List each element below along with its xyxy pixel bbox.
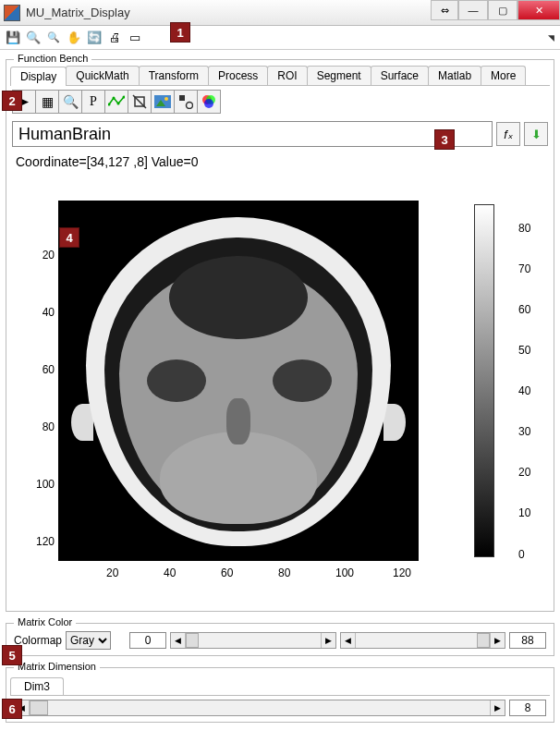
colorbar-tick: 30: [518, 425, 530, 438]
arrow-left-icon[interactable]: ◀: [171, 633, 186, 648]
image-axes[interactable]: [58, 201, 419, 561]
callout-4: 4: [59, 227, 79, 248]
photo-icon[interactable]: [151, 90, 175, 114]
window-minimize-button[interactable]: —: [458, 0, 488, 20]
y-tick: 20: [43, 249, 55, 262]
svg-point-2: [117, 103, 120, 105]
color-max-input[interactable]: [509, 632, 546, 649]
image-axes-area: 20 40 60 80 100 120 20 40 60 80 100 120: [14, 182, 546, 607]
colorbar-tick: 60: [518, 303, 530, 316]
dimension-value-input[interactable]: [509, 700, 546, 716]
colorbar-tick: 20: [518, 466, 530, 479]
zoom-out-icon[interactable]: 🔍: [44, 29, 63, 47]
colorbar-tick: 0: [518, 548, 525, 561]
callout-6: 6: [2, 699, 22, 719]
matrix-dimension-group: Matrix Dimension Dim3 ◀ ▶: [6, 667, 554, 723]
x-tick: 100: [335, 566, 354, 579]
matrix-dimension-legend: Matrix Dimension: [14, 661, 100, 672]
toolbar-menu-icon[interactable]: ◥: [548, 33, 554, 43]
tab-process[interactable]: Process: [208, 66, 268, 85]
window-close-button[interactable]: ✕: [517, 0, 560, 20]
color-min-slider[interactable]: ◀ ▶: [170, 632, 335, 649]
quick-toolbar: 💾 🔍 🔍 ✋ 🔄 🖨 ▭ ◥: [0, 26, 560, 50]
tab-roi[interactable]: ROI: [267, 66, 307, 85]
x-tick: 120: [393, 566, 411, 579]
tab-quickmath[interactable]: QuickMath: [66, 66, 139, 85]
brain-slice-image: [58, 201, 419, 561]
tab-dim3[interactable]: Dim3: [10, 677, 64, 695]
tab-surface[interactable]: Surface: [371, 66, 429, 85]
callout-1: 1: [170, 22, 190, 43]
arrow-right-icon[interactable]: ▶: [490, 633, 505, 648]
magnifier-icon[interactable]: 🔍: [58, 90, 82, 114]
coordinate-readout: Coordinate=[34,127 ,8] Value=0: [10, 151, 550, 173]
fx-button[interactable]: fₓ: [496, 122, 520, 146]
y-tick: 80: [43, 420, 55, 433]
y-tick: 40: [43, 306, 55, 319]
polyline-icon[interactable]: [104, 90, 128, 114]
colorbar-tick: 70: [518, 262, 530, 275]
color-min-input[interactable]: [129, 632, 166, 649]
tab-matlab[interactable]: Matlab: [428, 66, 481, 85]
colorbar-tick: 80: [518, 222, 530, 235]
titlebar: MU_Matrix_Display ⇔ — ▢ ✕: [0, 0, 560, 26]
window-title: MU_Matrix_Display: [26, 6, 431, 19]
colorbar-tick: 10: [518, 506, 530, 519]
colormap-select[interactable]: Gray: [66, 631, 111, 650]
svg-point-13: [204, 99, 213, 108]
print-icon[interactable]: 🖨: [105, 29, 124, 47]
matrix-name-input[interactable]: [12, 121, 493, 147]
x-tick: 80: [278, 566, 290, 579]
grid-icon[interactable]: ▦: [35, 90, 59, 114]
rgb-venn-icon[interactable]: [197, 90, 221, 114]
function-bench-legend: Function Bench: [14, 53, 91, 64]
rotate-icon[interactable]: 🔄: [85, 29, 103, 47]
y-tick: 100: [36, 478, 55, 491]
download-button[interactable]: ⬇: [524, 122, 548, 146]
window-maximize-button[interactable]: ▢: [488, 0, 517, 20]
callout-3: 3: [434, 129, 455, 150]
callout-5: 5: [2, 645, 22, 665]
colorbar[interactable]: [474, 204, 494, 557]
arrow-left-icon[interactable]: ◀: [341, 633, 356, 648]
color-max-slider[interactable]: ◀ ▶: [340, 632, 505, 649]
x-tick: 40: [164, 566, 176, 579]
save-icon[interactable]: 💾: [4, 29, 22, 47]
tab-display[interactable]: Display: [10, 67, 67, 86]
display-toolrow: ➤ ▦ 🔍 P: [10, 86, 550, 117]
svg-point-8: [164, 97, 168, 101]
pan-icon[interactable]: ✋: [65, 29, 83, 47]
svg-rect-9: [179, 95, 185, 101]
x-tick: 60: [221, 566, 233, 579]
app-icon: [4, 5, 20, 21]
shapes-icon[interactable]: [174, 90, 198, 114]
svg-point-1: [113, 97, 116, 100]
window-help-button[interactable]: ⇔: [431, 0, 458, 20]
y-tick: 120: [36, 535, 55, 548]
crop-icon[interactable]: [128, 90, 152, 114]
function-bench-group: Function Bench Display QuickMath Transfo…: [6, 59, 554, 612]
x-tick: 20: [106, 566, 118, 579]
colorbar-tick: 50: [518, 344, 530, 357]
zoom-in-icon[interactable]: 🔍: [24, 29, 43, 47]
tab-transform[interactable]: Transform: [139, 66, 209, 85]
matrix-color-group: Matrix Color Colormap Gray ◀ ▶ ◀ ▶: [6, 623, 554, 656]
tab-more[interactable]: More: [481, 66, 526, 85]
svg-point-10: [187, 103, 193, 109]
y-tick: 60: [43, 363, 55, 376]
function-tabs: Display QuickMath Transform Process ROI …: [10, 66, 550, 86]
dimension-slider[interactable]: ◀ ▶: [14, 700, 505, 716]
text-p-icon[interactable]: P: [81, 90, 105, 114]
arrow-right-icon[interactable]: ▶: [321, 633, 335, 648]
new-figure-icon[interactable]: ▭: [126, 29, 144, 47]
matrix-color-legend: Matrix Color: [14, 616, 76, 627]
colorbar-tick: 40: [518, 384, 530, 397]
callout-2: 2: [2, 91, 22, 111]
arrow-right-icon[interactable]: ▶: [490, 700, 505, 715]
tab-segment[interactable]: Segment: [307, 66, 371, 85]
